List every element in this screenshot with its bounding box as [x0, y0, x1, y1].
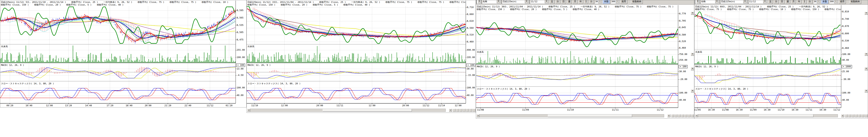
time-axis-label: 11/11	[336, 104, 343, 107]
chart-panel-1: 日経225mini 11/12( 5分, 2011/11/10 - 2011/1…	[0, 0, 247, 107]
candle-body	[752, 35, 753, 35]
volume-section-label: 出来高	[695, 50, 702, 54]
candle-body	[646, 36, 646, 37]
scrollbar-right-arrow[interactable]: ►	[668, 114, 671, 117]
candle-body	[72, 20, 72, 21]
scrollbar-left-arrow[interactable]: ◄	[695, 114, 698, 117]
candle-body	[116, 25, 116, 25]
section-dropdown-button[interactable]: ▼	[865, 67, 868, 70]
axis-label: 8,475	[237, 38, 244, 41]
candle-body	[90, 19, 91, 21]
candle-body	[256, 18, 257, 18]
candle-body	[672, 33, 672, 34]
candle-body	[117, 27, 118, 28]
candle-body	[235, 10, 236, 11]
scrollbar-extra-button[interactable]	[848, 114, 851, 117]
scrollbar-extra-button[interactable]	[472, 109, 475, 112]
candle-body	[707, 24, 708, 25]
candle-body	[394, 38, 394, 38]
scrollbar-thumb[interactable]	[749, 114, 813, 117]
candle-body	[151, 34, 151, 34]
section-dropdown-button[interactable]: ▼	[691, 90, 694, 93]
section-dropdown-button[interactable]: ▼	[691, 12, 694, 15]
candle-body	[829, 34, 830, 35]
stoch-section-label: スロー・ストキャスティクス( 14, 3, 80, 20 )	[695, 88, 748, 91]
scrollbar-extra-button[interactable]	[851, 114, 855, 117]
time-axis-label: 11/12	[657, 108, 663, 111]
axis-label: 8,580	[679, 33, 686, 36]
scrollbar-thumb[interactable]	[548, 114, 632, 117]
scrollbar-extra-button[interactable]	[691, 114, 694, 117]
section-dropdown-button[interactable]: ▼	[865, 90, 868, 93]
candle-body	[461, 25, 461, 26]
candle-body	[297, 32, 298, 32]
candle-body	[747, 35, 748, 35]
candle-body	[571, 40, 571, 41]
volume-multiplier-box: × 100	[236, 64, 245, 67]
candle-body	[745, 34, 746, 35]
candle-body	[228, 14, 229, 15]
scrollbar-extra-button[interactable]	[456, 109, 459, 112]
section-dropdown-button[interactable]: ▼	[691, 67, 694, 70]
candle-body	[214, 24, 214, 25]
candle-body	[700, 18, 700, 19]
horizontal-scrollbar[interactable]	[247, 109, 446, 112]
section-dropdown-button[interactable]: ▼	[691, 53, 694, 56]
axis-label: 8,520	[679, 40, 686, 43]
candle-body	[349, 35, 349, 36]
scrollbar-extra-button[interactable]	[858, 114, 861, 117]
stoch-d-line	[247, 88, 466, 100]
scrollbar-extra-button[interactable]	[855, 114, 858, 117]
candle-body	[517, 31, 517, 31]
scrollbar-extra-button[interactable]	[845, 114, 848, 117]
time-axis-label: 16:30	[819, 108, 826, 111]
time-axis-label: 13:20	[65, 104, 72, 107]
scrollbar-extra-button[interactable]	[674, 114, 678, 117]
candle-body	[606, 38, 607, 38]
axis-label: 100.00	[679, 92, 687, 94]
scrollbar-right-arrow[interactable]: ►	[841, 114, 844, 117]
scrollbar-extra-button[interactable]	[681, 114, 684, 117]
candle-body	[450, 28, 450, 28]
chart-canvas	[0, 0, 247, 107]
axis-label: 8,770	[679, 12, 686, 15]
scrollbar-extra-button[interactable]	[459, 109, 462, 112]
horizontal-scrollbar[interactable]	[695, 114, 838, 117]
volume-section-label: 出来高	[1, 45, 8, 48]
scrollbar-thumb[interactable]	[322, 109, 412, 111]
scrollbar-extra-button[interactable]	[671, 114, 674, 117]
axis-label: 40.00	[842, 59, 849, 61]
candle-body	[291, 30, 292, 30]
candle-body	[762, 37, 763, 37]
candle-body	[820, 37, 821, 38]
comparison-index-line	[247, 6, 466, 43]
scrollbar-left-arrow[interactable]: ◄	[247, 109, 250, 112]
candle-body	[840, 29, 841, 30]
scrollbar-left-arrow[interactable]: ◄	[476, 114, 479, 117]
time-axis-label: 17:20	[106, 104, 113, 107]
scrollbar-extra-button[interactable]	[684, 114, 687, 117]
time-axis-label: 11/09	[750, 108, 756, 111]
section-dropdown-button[interactable]: ▼	[865, 12, 868, 15]
scrollbar-extra-button[interactable]	[466, 109, 469, 112]
ichimoku-span-b	[705, 14, 840, 38]
candle-body	[653, 36, 653, 36]
scrollbar-extra-button[interactable]	[678, 114, 681, 117]
scrollbar-extra-button[interactable]	[865, 114, 868, 117]
scrollbar-extra-button[interactable]	[861, 114, 864, 117]
axis-label: 490.00	[467, 48, 475, 51]
chevron-down-icon: ▼	[692, 12, 693, 14]
candle-body	[234, 10, 234, 12]
section-dropdown-button[interactable]: ▼	[865, 53, 868, 56]
candle-body	[697, 16, 698, 17]
candle-body	[415, 37, 416, 37]
candle-body	[835, 31, 836, 32]
candle-body	[185, 32, 186, 33]
scrollbar-extra-button[interactable]	[453, 109, 456, 112]
scrollbar-extra-button[interactable]	[463, 109, 466, 112]
scrollbar-extra-button[interactable]	[687, 114, 690, 117]
scrollbar-right-arrow[interactable]: ►	[449, 109, 452, 112]
horizontal-scrollbar[interactable]	[476, 114, 664, 117]
candle-body	[510, 30, 511, 31]
scrollbar-extra-button[interactable]	[469, 109, 472, 112]
